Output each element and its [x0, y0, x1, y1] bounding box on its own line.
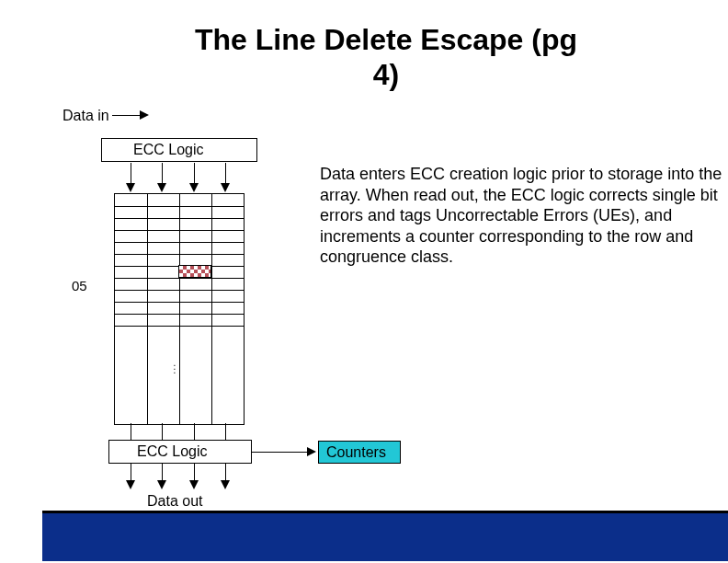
- ecc-logic-bottom-box: ECC Logic: [108, 440, 252, 464]
- data-out-label: Data out: [147, 493, 202, 510]
- arrow-down-icon: [126, 183, 135, 192]
- array-to-ecc-line: [131, 423, 131, 440]
- hatched-cell: [178, 265, 211, 278]
- ecc-logic-top-label: ECC Logic: [133, 142, 203, 158]
- ecc-logic-top-box: ECC Logic: [101, 138, 257, 162]
- counters-label: Counters: [326, 444, 386, 461]
- arrow-down-icon: [221, 480, 230, 489]
- data-in-label: Data in: [63, 108, 109, 124]
- ellipsis-dots: ...: [170, 362, 179, 373]
- ecc-to-array-arrow: [162, 163, 163, 183]
- arrow-down-icon: [157, 480, 166, 489]
- arrow-down-icon: [126, 480, 135, 489]
- ecc-to-out-arrow: [162, 464, 163, 480]
- ecc-to-out-arrow: [225, 464, 226, 480]
- ecc-to-array-arrow: [194, 163, 195, 183]
- array-to-ecc-line: [162, 423, 163, 440]
- page-title: The Line Delete Escape (pg 4): [184, 22, 588, 93]
- ecc-to-out-arrow: [194, 464, 195, 480]
- body-text: Data enters ECC creation logic prior to …: [320, 164, 728, 268]
- counters-box: Counters: [318, 441, 401, 464]
- array-to-ecc-line: [225, 423, 226, 440]
- ecc-to-array-arrow: [225, 163, 226, 183]
- ecc-to-array-arrow: [131, 163, 131, 183]
- arrow-down-icon: [189, 480, 199, 489]
- ecc-to-out-arrow: [131, 464, 131, 480]
- arrow-down-icon: [221, 183, 230, 192]
- row-05-label: 05: [72, 278, 87, 293]
- array-to-ecc-line: [194, 423, 195, 440]
- ecc-logic-bottom-label: ECC Logic: [137, 443, 207, 460]
- memory-array: [114, 193, 245, 425]
- footer-bar: [42, 511, 728, 561]
- arrow-down-icon: [157, 183, 166, 192]
- arrow-down-icon: [189, 183, 199, 192]
